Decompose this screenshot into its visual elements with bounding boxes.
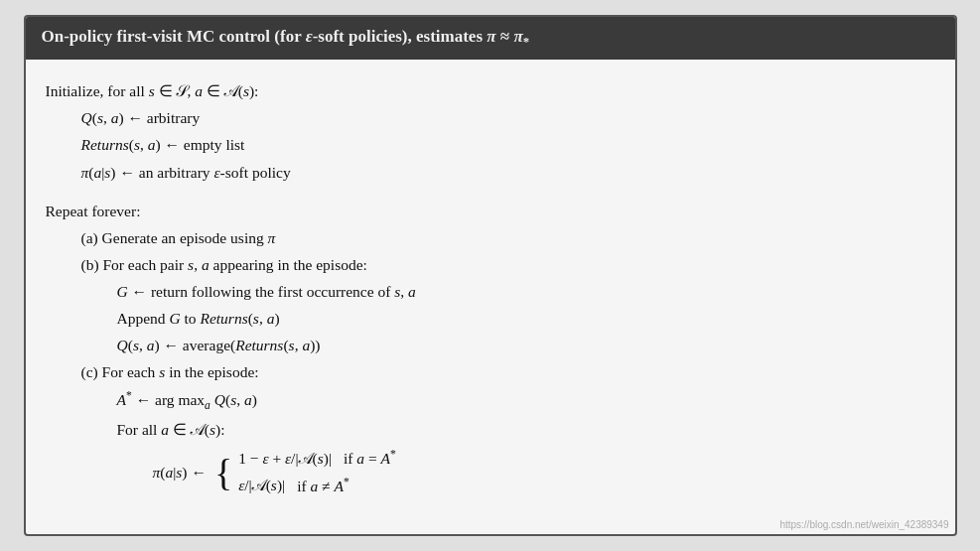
pi-lhs: π(a|s) ←	[153, 459, 207, 485]
returns-init-line: Returns(s, a) ← empty list	[81, 131, 935, 158]
case-other-condition: if a ≠ A*	[297, 473, 350, 500]
case-astar-condition: if a = A*	[344, 445, 396, 473]
algorithm-box: On-policy first-visit MC control (for ε-…	[24, 15, 957, 536]
q-init-line: Q(s, a) ← arbitrary	[81, 104, 935, 131]
policy-update-line: π(a|s) ← { 1 − ε + ε/|𝒜(s)| if a = A*	[153, 445, 935, 499]
step-a-line: (a) Generate an episode using π	[81, 224, 935, 251]
initialize-line: Initialize, for all s ∈ 𝒮, a ∈ 𝒜(s):	[46, 77, 935, 104]
policy-init-line: π(a|s) ← an arbitrary ε-soft policy	[81, 159, 935, 186]
watermark: https://blog.csdn.net/weixin_42389349	[26, 517, 955, 534]
piecewise-cases: 1 − ε + ε/|𝒜(s)| if a = A* ε/|𝒜(s)| if a…	[238, 445, 396, 499]
append-line: Append G to Returns(s, a)	[117, 305, 935, 332]
case-astar-value: 1 − ε + ε/|𝒜(s)|	[238, 446, 332, 472]
case-other: ε/|𝒜(s)| if a ≠ A*	[238, 473, 396, 500]
step-c-line: (c) For each s in the episode:	[81, 358, 935, 385]
brace-container: { 1 − ε + ε/|𝒜(s)| if a = A* ε/|𝒜(s)|	[214, 445, 398, 499]
step-b-line: (b) For each pair s, a appearing in the …	[81, 251, 935, 278]
q-update-line: Q(s, a) ← average(Returns(s, a))	[117, 332, 935, 358]
repeat-line: Repeat forever:	[46, 198, 935, 224]
forall-a-line: For all a ∈ 𝒜(s):	[117, 416, 935, 443]
astar-line: A* ← arg maxa Q(s, a)	[117, 386, 935, 417]
left-brace: {	[214, 454, 232, 491]
case-other-value: ε/|𝒜(s)|	[238, 473, 285, 498]
case-astar: 1 − ε + ε/|𝒜(s)| if a = A*	[238, 445, 396, 473]
g-return-line: G ← return following the first occurrenc…	[117, 278, 935, 305]
algorithm-title: On-policy first-visit MC control (for ε-…	[26, 17, 955, 60]
algorithm-body: Initialize, for all s ∈ 𝒮, a ∈ 𝒜(s): Q(s…	[26, 60, 955, 517]
title-text: On-policy first-visit MC control (for ε-…	[42, 27, 530, 50]
